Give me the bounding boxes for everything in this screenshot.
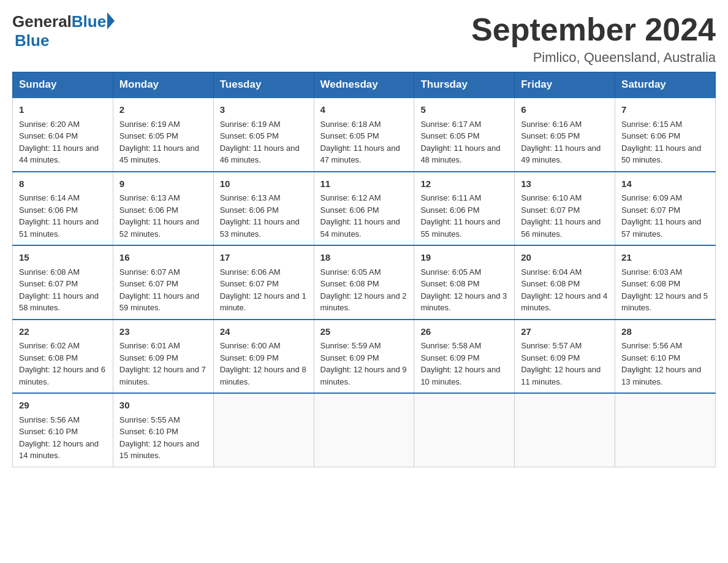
day-number: 13 [521,177,609,191]
day-number: 29 [19,399,107,413]
day-info: Sunrise: 6:00 AMSunset: 6:09 PMDaylight:… [220,341,306,386]
day-number: 24 [220,325,308,339]
day-number: 21 [621,251,709,265]
day-number: 22 [19,325,107,339]
day-info: Sunrise: 6:06 AMSunset: 6:07 PMDaylight:… [220,267,306,313]
week-row-5: 29 Sunrise: 5:56 AMSunset: 6:10 PMDaylig… [13,393,716,467]
day-info: Sunrise: 6:11 AMSunset: 6:06 PMDaylight:… [420,193,500,239]
day-info: Sunrise: 6:03 AMSunset: 6:08 PMDaylight:… [621,267,708,313]
day-cell [414,393,515,467]
day-info: Sunrise: 5:56 AMSunset: 6:10 PMDaylight:… [19,415,99,461]
day-number: 15 [19,251,107,265]
day-cell: 1 Sunrise: 6:20 AMSunset: 6:04 PMDayligh… [13,98,113,172]
page-header: General Blue Blue September 2024 Pimlico… [12,12,716,66]
day-info: Sunrise: 6:18 AMSunset: 6:05 PMDaylight:… [320,120,400,165]
header-thursday: Thursday [414,72,515,98]
day-cell: 8 Sunrise: 6:14 AMSunset: 6:06 PMDayligh… [13,172,113,246]
day-number: 30 [119,399,207,413]
week-row-4: 22 Sunrise: 6:02 AMSunset: 6:08 PMDaylig… [13,320,716,394]
day-number: 23 [119,325,207,339]
day-info: Sunrise: 5:58 AMSunset: 6:09 PMDaylight:… [420,341,500,386]
day-number: 25 [320,325,408,339]
day-cell [615,393,716,467]
day-cell: 19 Sunrise: 6:05 AMSunset: 6:08 PMDaylig… [414,245,515,320]
day-cell: 15 Sunrise: 6:08 AMSunset: 6:07 PMDaylig… [13,245,113,320]
day-number: 11 [320,177,408,191]
week-row-2: 8 Sunrise: 6:14 AMSunset: 6:06 PMDayligh… [13,172,716,246]
day-number: 2 [119,103,207,117]
logo-blue-part-text: Blue [72,12,106,31]
logo-blue-label: Blue [15,31,49,50]
day-cell: 4 Sunrise: 6:18 AMSunset: 6:05 PMDayligh… [314,98,414,172]
day-cell: 5 Sunrise: 6:17 AMSunset: 6:05 PMDayligh… [414,98,515,172]
calendar-title: September 2024 [471,12,716,47]
day-cell: 12 Sunrise: 6:11 AMSunset: 6:06 PMDaylig… [414,172,515,246]
day-cell: 18 Sunrise: 6:05 AMSunset: 6:08 PMDaylig… [314,245,414,320]
header-saturday: Saturday [615,72,716,98]
day-cell: 11 Sunrise: 6:12 AMSunset: 6:06 PMDaylig… [314,172,414,246]
day-cell: 2 Sunrise: 6:19 AMSunset: 6:05 PMDayligh… [113,98,213,172]
day-info: Sunrise: 6:15 AMSunset: 6:06 PMDaylight:… [621,120,701,165]
day-cell: 24 Sunrise: 6:00 AMSunset: 6:09 PMDaylig… [213,320,314,394]
day-number: 20 [521,251,609,265]
day-info: Sunrise: 6:19 AMSunset: 6:05 PMDaylight:… [220,120,300,165]
day-cell [213,393,314,467]
day-info: Sunrise: 6:12 AMSunset: 6:06 PMDaylight:… [320,193,400,239]
day-info: Sunrise: 6:19 AMSunset: 6:05 PMDaylight:… [119,120,199,165]
day-info: Sunrise: 6:13 AMSunset: 6:06 PMDaylight:… [220,193,300,239]
day-number: 26 [420,325,508,339]
day-info: Sunrise: 5:59 AMSunset: 6:09 PMDaylight:… [320,341,407,386]
title-block: September 2024 Pimlico, Queensland, Aust… [471,12,716,66]
day-number: 10 [220,177,308,191]
day-info: Sunrise: 6:09 AMSunset: 6:07 PMDaylight:… [621,193,701,239]
header-monday: Monday [113,72,213,98]
day-cell: 17 Sunrise: 6:06 AMSunset: 6:07 PMDaylig… [213,245,314,320]
day-info: Sunrise: 6:16 AMSunset: 6:05 PMDaylight:… [521,120,601,165]
day-cell: 10 Sunrise: 6:13 AMSunset: 6:06 PMDaylig… [213,172,314,246]
day-cell [314,393,414,467]
day-number: 4 [320,103,408,117]
day-cell: 20 Sunrise: 6:04 AMSunset: 6:08 PMDaylig… [515,245,615,320]
day-info: Sunrise: 6:04 AMSunset: 6:08 PMDaylight:… [521,267,607,313]
day-number: 19 [420,251,508,265]
day-cell: 21 Sunrise: 6:03 AMSunset: 6:08 PMDaylig… [615,245,716,320]
logo-general-text: General [12,12,72,31]
day-number: 9 [119,177,207,191]
calendar-header-row: SundayMondayTuesdayWednesdayThursdayFrid… [13,72,716,98]
day-cell: 9 Sunrise: 6:13 AMSunset: 6:06 PMDayligh… [113,172,213,246]
day-cell: 27 Sunrise: 5:57 AMSunset: 6:09 PMDaylig… [515,320,615,394]
day-number: 12 [420,177,508,191]
day-info: Sunrise: 5:56 AMSunset: 6:10 PMDaylight:… [621,341,701,386]
day-cell: 14 Sunrise: 6:09 AMSunset: 6:07 PMDaylig… [615,172,716,246]
day-number: 5 [420,103,508,117]
day-info: Sunrise: 5:55 AMSunset: 6:10 PMDaylight:… [119,415,199,461]
header-friday: Friday [515,72,615,98]
logo: General Blue Blue [12,12,115,50]
week-row-1: 1 Sunrise: 6:20 AMSunset: 6:04 PMDayligh… [13,98,716,172]
day-number: 8 [19,177,107,191]
day-info: Sunrise: 6:01 AMSunset: 6:09 PMDaylight:… [119,341,206,386]
day-info: Sunrise: 6:10 AMSunset: 6:07 PMDaylight:… [521,193,601,239]
day-cell: 25 Sunrise: 5:59 AMSunset: 6:09 PMDaylig… [314,320,414,394]
day-number: 1 [19,103,107,117]
day-info: Sunrise: 6:14 AMSunset: 6:06 PMDaylight:… [19,193,99,239]
day-cell: 22 Sunrise: 6:02 AMSunset: 6:08 PMDaylig… [13,320,113,394]
day-number: 14 [621,177,709,191]
day-cell: 6 Sunrise: 6:16 AMSunset: 6:05 PMDayligh… [515,98,615,172]
header-tuesday: Tuesday [213,72,314,98]
day-cell: 23 Sunrise: 6:01 AMSunset: 6:09 PMDaylig… [113,320,213,394]
day-info: Sunrise: 6:17 AMSunset: 6:05 PMDaylight:… [420,120,500,165]
day-number: 27 [521,325,609,339]
day-number: 17 [220,251,308,265]
day-number: 7 [621,103,709,117]
day-cell: 3 Sunrise: 6:19 AMSunset: 6:05 PMDayligh… [213,98,314,172]
day-info: Sunrise: 6:05 AMSunset: 6:08 PMDaylight:… [320,267,407,313]
day-cell [515,393,615,467]
day-info: Sunrise: 6:13 AMSunset: 6:06 PMDaylight:… [119,193,199,239]
week-row-3: 15 Sunrise: 6:08 AMSunset: 6:07 PMDaylig… [13,245,716,320]
calendar-subtitle: Pimlico, Queensland, Australia [471,50,716,66]
day-cell: 29 Sunrise: 5:56 AMSunset: 6:10 PMDaylig… [13,393,113,467]
header-sunday: Sunday [13,72,113,98]
day-info: Sunrise: 5:57 AMSunset: 6:09 PMDaylight:… [521,341,601,386]
day-info: Sunrise: 6:08 AMSunset: 6:07 PMDaylight:… [19,267,99,313]
